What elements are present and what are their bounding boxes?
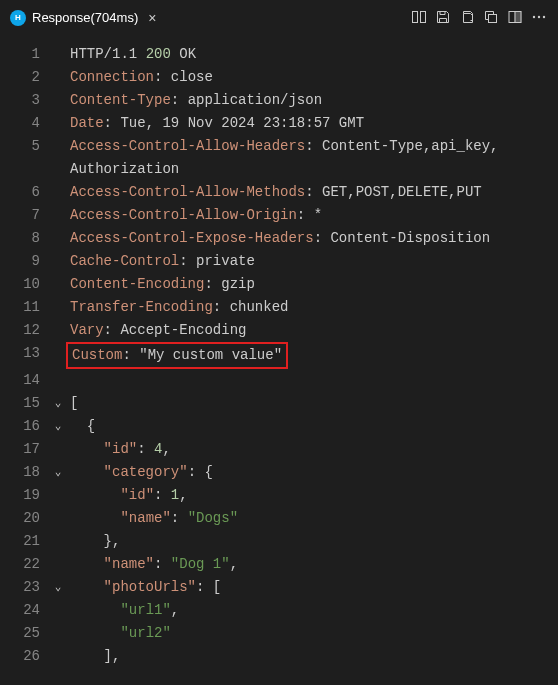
line-content: Connection: close (66, 66, 213, 89)
copy-icon[interactable] (480, 6, 502, 28)
line-number: 22 (0, 553, 50, 576)
fold-icon[interactable]: ⌄ (50, 392, 66, 415)
highlighted-line: Custom: "My custom value" (66, 342, 288, 369)
code-line: 4Date: Tue, 19 Nov 2024 23:18:57 GMT (0, 112, 558, 135)
tab-actions (408, 6, 558, 28)
line-content: Content-Encoding: gzip (66, 273, 255, 296)
line-number: 11 (0, 296, 50, 319)
code-line: 20 "name": "Dogs" (0, 507, 558, 530)
code-editor[interactable]: 1HTTP/1.1 200 OK2Connection: close3Conte… (0, 35, 558, 668)
close-icon[interactable]: × (144, 10, 160, 26)
response-tab[interactable]: H Response(704ms) × (0, 0, 168, 35)
code-line: 3Content-Type: application/json (0, 89, 558, 112)
line-content: "name": "Dogs" (66, 507, 238, 530)
code-line: 2Connection: close (0, 66, 558, 89)
line-content: Access-Control-Allow-Methods: GET,POST,D… (66, 181, 482, 204)
line-number: 23 (0, 576, 50, 599)
svg-rect-1 (421, 12, 426, 23)
svg-point-7 (538, 16, 540, 18)
line-number: 21 (0, 530, 50, 553)
code-line: 9Cache-Control: private (0, 250, 558, 273)
line-content: Authorization (66, 158, 179, 181)
line-number: 26 (0, 645, 50, 668)
line-number: 8 (0, 227, 50, 250)
line-content: Access-Control-Allow-Headers: Content-Ty… (66, 135, 499, 158)
line-content: Content-Type: application/json (66, 89, 322, 112)
tab-bar: H Response(704ms) × (0, 0, 558, 35)
fold-icon[interactable]: ⌄ (50, 576, 66, 599)
line-number: 6 (0, 181, 50, 204)
line-content: Access-Control-Allow-Origin: * (66, 204, 322, 227)
code-line: 17 "id": 4, (0, 438, 558, 461)
code-line: Authorization (0, 158, 558, 181)
svg-rect-2 (489, 15, 497, 23)
svg-rect-0 (413, 12, 418, 23)
line-number: 19 (0, 484, 50, 507)
more-icon[interactable] (528, 6, 550, 28)
line-number: 13 (0, 342, 50, 365)
code-line: 21 }, (0, 530, 558, 553)
line-content: "name": "Dog 1", (66, 553, 238, 576)
line-number: 4 (0, 112, 50, 135)
line-content: ], (66, 645, 120, 668)
line-content: { (66, 415, 95, 438)
line-number: 24 (0, 599, 50, 622)
code-line: 19 "id": 1, (0, 484, 558, 507)
line-number: 9 (0, 250, 50, 273)
svg-point-6 (533, 16, 535, 18)
split-editor-icon[interactable] (504, 6, 526, 28)
line-number: 5 (0, 135, 50, 158)
code-line: 24 "url1", (0, 599, 558, 622)
line-number: 3 (0, 89, 50, 112)
line-content: "id": 4, (66, 438, 171, 461)
line-number: 18 (0, 461, 50, 484)
code-line: 1HTTP/1.1 200 OK (0, 43, 558, 66)
line-content: HTTP/1.1 200 OK (66, 43, 196, 66)
line-content: }, (66, 530, 120, 553)
compare-icon[interactable] (408, 6, 430, 28)
code-line: 16⌄ { (0, 415, 558, 438)
line-content: Cache-Control: private (66, 250, 255, 273)
line-content: Vary: Accept-Encoding (66, 319, 246, 342)
code-line: 12Vary: Accept-Encoding (0, 319, 558, 342)
code-line: 6Access-Control-Allow-Methods: GET,POST,… (0, 181, 558, 204)
line-content: Date: Tue, 19 Nov 2024 23:18:57 GMT (66, 112, 364, 135)
code-line: 5Access-Control-Allow-Headers: Content-T… (0, 135, 558, 158)
save-icon[interactable] (432, 6, 454, 28)
code-line: 7Access-Control-Allow-Origin: * (0, 204, 558, 227)
line-content: "url2" (66, 622, 171, 645)
code-line: 15⌄[ (0, 392, 558, 415)
code-line: 14 (0, 369, 558, 392)
line-number: 14 (0, 369, 50, 392)
fold-icon[interactable]: ⌄ (50, 461, 66, 484)
line-number: 2 (0, 66, 50, 89)
line-number: 12 (0, 319, 50, 342)
line-number: 7 (0, 204, 50, 227)
code-line: 22 "name": "Dog 1", (0, 553, 558, 576)
save-all-icon[interactable] (456, 6, 478, 28)
code-line: 25 "url2" (0, 622, 558, 645)
line-number: 17 (0, 438, 50, 461)
line-content: Access-Control-Expose-Headers: Content-D… (66, 227, 490, 250)
http-icon: H (10, 10, 26, 26)
code-line: 11Transfer-Encoding: chunked (0, 296, 558, 319)
line-content: "url1", (66, 599, 179, 622)
code-line: 8Access-Control-Expose-Headers: Content-… (0, 227, 558, 250)
line-number: 16 (0, 415, 50, 438)
line-number: 10 (0, 273, 50, 296)
line-content: [ (66, 392, 78, 415)
line-content: Transfer-Encoding: chunked (66, 296, 288, 319)
tab-title: Response(704ms) (32, 10, 138, 25)
line-content: "category": { (66, 461, 213, 484)
line-content: "id": 1, (66, 484, 188, 507)
line-content: "photoUrls": [ (66, 576, 221, 599)
code-line: 26 ], (0, 645, 558, 668)
line-number: 1 (0, 43, 50, 66)
fold-icon[interactable]: ⌄ (50, 415, 66, 438)
svg-rect-5 (515, 12, 521, 23)
code-line: 23⌄ "photoUrls": [ (0, 576, 558, 599)
code-line: 13Custom: "My custom value" (0, 342, 558, 369)
code-line: 18⌄ "category": { (0, 461, 558, 484)
line-number: 25 (0, 622, 50, 645)
line-number: 20 (0, 507, 50, 530)
